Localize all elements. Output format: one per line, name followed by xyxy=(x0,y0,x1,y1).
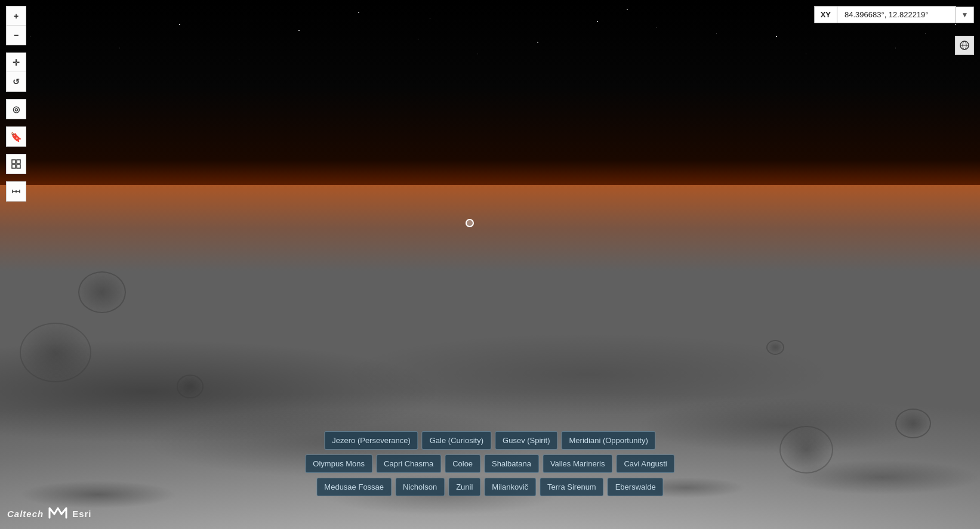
nav-btn-gusev[interactable]: Gusev (Spirit) xyxy=(495,431,557,450)
svg-rect-1 xyxy=(17,160,20,163)
coord-expand-button[interactable]: ▼ xyxy=(956,7,974,23)
nav-btn-eberswalde[interactable]: Eberswalde xyxy=(608,478,664,496)
star xyxy=(597,21,598,22)
rotate-button[interactable]: ↺ xyxy=(7,72,26,91)
star xyxy=(239,60,239,60)
star xyxy=(179,24,180,25)
star xyxy=(627,9,628,10)
attribution-bar: Caltech Esri xyxy=(7,506,92,522)
nav-btn-milankovic[interactable]: Milankovič xyxy=(484,478,536,496)
nav-btn-capri-chasma[interactable]: Capri Chasma xyxy=(376,454,441,473)
star xyxy=(716,33,717,33)
star xyxy=(418,39,418,39)
star xyxy=(298,30,300,31)
nav-btn-shalbatana[interactable]: Shalbatana xyxy=(484,454,539,473)
measure-button[interactable] xyxy=(7,182,26,201)
esri-label: Esri xyxy=(72,509,91,519)
nav-btn-terra-sirenum[interactable]: Terra Sirenum xyxy=(540,478,604,496)
caltech-label: Caltech xyxy=(7,509,44,519)
measure-group xyxy=(6,181,26,202)
svg-rect-0 xyxy=(12,160,16,163)
nav-btn-nicholson[interactable]: Nicholson xyxy=(395,478,445,496)
view-group: 🔖 xyxy=(6,126,26,147)
layer-group xyxy=(6,154,26,174)
location-nav: Jezero (Perseverance) Gale (Curiosity) G… xyxy=(305,431,674,496)
left-toolbar: + − ✛ ↺ ◎ 🔖 xyxy=(6,6,26,202)
nav-btn-olympus-mons[interactable]: Olympus Mons xyxy=(305,454,372,473)
star xyxy=(895,48,896,48)
globe-view-button[interactable] xyxy=(955,36,974,55)
star xyxy=(955,24,956,25)
nav-row-3: Medusae Fossae Nicholson Zunil Milankovi… xyxy=(316,478,663,496)
nav-btn-meridiani[interactable]: Meridiani (Opportunity) xyxy=(562,431,656,450)
nav-row-1: Jezero (Perseverance) Gale (Curiosity) G… xyxy=(324,431,655,450)
nasa-logo xyxy=(48,506,67,522)
coordinate-bar: XY 84.396683°, 12.822219° ▼ xyxy=(814,6,974,23)
navigation-controls: ✛ ↺ xyxy=(6,52,26,92)
nav-btn-medusae-fossae[interactable]: Medusae Fossae xyxy=(316,478,392,496)
nav-btn-valles-marineris[interactable]: Valles Marineris xyxy=(543,454,613,473)
star xyxy=(477,54,478,54)
svg-rect-2 xyxy=(12,165,16,168)
svg-rect-3 xyxy=(17,165,20,168)
star xyxy=(430,18,430,18)
nav-btn-gale[interactable]: Gale (Curiosity) xyxy=(422,431,491,450)
compass-button[interactable]: ◎ xyxy=(7,100,26,119)
bookmark-button[interactable]: 🔖 xyxy=(7,127,26,146)
nav-btn-coloe[interactable]: Coloe xyxy=(445,454,480,473)
star xyxy=(776,36,777,37)
star xyxy=(806,54,806,54)
zoom-controls: + − xyxy=(6,6,26,45)
coord-label: XY xyxy=(814,6,837,23)
zoom-in-button[interactable]: + xyxy=(7,7,26,26)
star xyxy=(30,36,30,36)
star xyxy=(358,12,359,13)
layers-button[interactable] xyxy=(7,154,26,174)
star xyxy=(119,48,120,48)
star xyxy=(537,42,538,43)
horizon-blend xyxy=(0,185,980,271)
tools-group: ◎ xyxy=(6,99,26,119)
cursor-indicator xyxy=(464,218,473,226)
zoom-out-button[interactable]: − xyxy=(7,26,26,45)
star xyxy=(925,33,926,33)
nav-row-2: Olympus Mons Capri Chasma Coloe Shalbata… xyxy=(305,454,674,473)
coord-value[interactable]: 84.396683°, 12.822219° xyxy=(837,6,956,23)
pan-button[interactable]: ✛ xyxy=(7,53,26,72)
nav-btn-jezero[interactable]: Jezero (Perseverance) xyxy=(324,431,418,450)
star xyxy=(657,27,657,27)
nav-btn-zunil[interactable]: Zunil xyxy=(448,478,480,496)
nav-btn-cavi-angusti[interactable]: Cavi Angusti xyxy=(616,454,674,473)
